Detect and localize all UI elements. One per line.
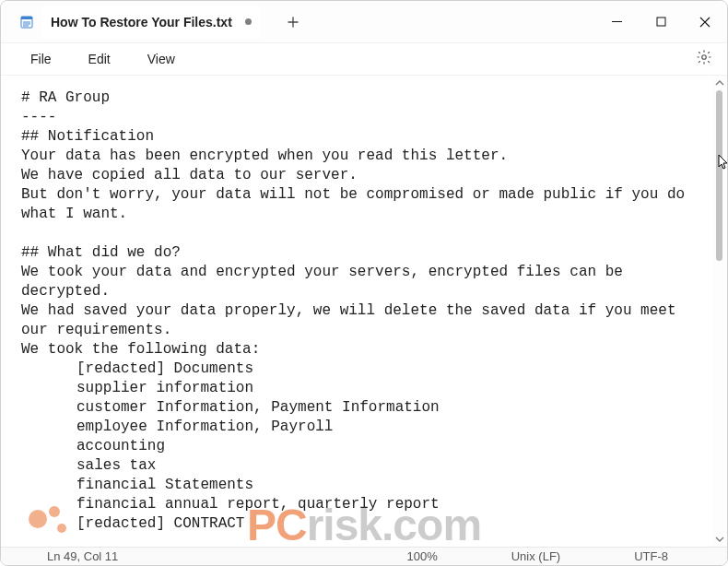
status-encoding[interactable]: UTF-8 [634, 549, 668, 563]
text-line: financial Statements [21, 476, 699, 495]
status-line-ending[interactable]: Unix (LF) [511, 549, 560, 563]
status-zoom[interactable]: 100% [406, 549, 437, 563]
text-line: # RA Group [21, 88, 699, 108]
text-line: Your data has been encrypted when you re… [21, 147, 699, 166]
vertical-scrollbar[interactable] [712, 76, 727, 547]
svg-rect-6 [657, 18, 665, 26]
scroll-track[interactable] [712, 90, 727, 532]
content-area: # RA Group----## NotificationYour data h… [1, 76, 727, 547]
text-line: We have copied all data to our server. [21, 166, 699, 185]
close-button[interactable] [683, 1, 727, 43]
menu-edit[interactable]: Edit [74, 46, 125, 72]
text-line: But don't worry, your data will not be c… [21, 185, 699, 224]
menu-view[interactable]: View [133, 46, 190, 72]
text-editor[interactable]: # RA Group----## NotificationYour data h… [1, 76, 712, 547]
text-line: supplier information [21, 379, 699, 398]
modified-indicator-icon [245, 18, 252, 25]
text-line: We took your data and encrypted your ser… [21, 263, 699, 301]
menu-file[interactable]: File [16, 46, 66, 72]
text-line: employee Information, Payroll [21, 418, 699, 437]
scroll-thumb[interactable] [716, 90, 722, 261]
text-line: financial annual report, quarterly repor… [21, 495, 699, 514]
text-line: accounting [21, 437, 699, 456]
maximize-button[interactable] [639, 1, 683, 43]
text-line: [redacted] CONTRACT [21, 514, 699, 534]
scroll-up-icon[interactable] [712, 76, 727, 90]
text-line: customer Information, Payment Informatio… [21, 398, 699, 418]
tab-title: How To Restore Your Files.txt [51, 15, 232, 29]
text-line: sales tax [21, 456, 699, 476]
window-controls [594, 1, 727, 43]
gear-icon [696, 49, 712, 69]
menu-bar: File Edit View [1, 43, 727, 76]
svg-rect-1 [21, 17, 32, 19]
text-line: [redacted] Documents [21, 360, 699, 379]
text-line [21, 224, 699, 243]
text-line: ## What did we do? [21, 243, 699, 263]
status-bar: Ln 49, Col 11 100% Unix (LF) UTF-8 [1, 547, 727, 565]
notepad-icon [19, 15, 34, 29]
document-tab[interactable]: How To Restore Your Files.txt [41, 6, 261, 39]
title-bar: How To Restore Your Files.txt [1, 1, 727, 43]
settings-button[interactable] [688, 43, 720, 75]
new-tab-button[interactable] [277, 7, 309, 37]
status-cursor-position: Ln 49, Col 11 [47, 549, 118, 563]
scroll-down-icon[interactable] [712, 532, 727, 547]
text-line: We had saved your data properly, we will… [21, 301, 699, 340]
text-line: ---- [21, 108, 699, 127]
minimize-button[interactable] [594, 1, 639, 43]
svg-point-7 [702, 55, 707, 60]
text-line: We took the following data: [21, 340, 699, 360]
text-line: ## Notification [21, 127, 699, 147]
